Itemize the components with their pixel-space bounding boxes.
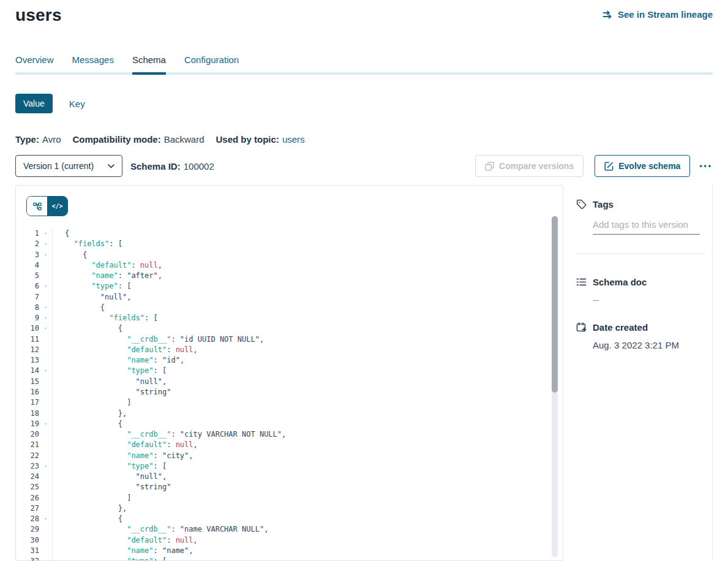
line-number: 8 xyxy=(16,303,39,313)
tabs: OverviewMessagesSchemaConfiguration xyxy=(15,55,713,72)
line-number: 9 xyxy=(16,313,39,323)
line-number: 17 xyxy=(16,397,39,408)
code-text: "default": null, xyxy=(52,535,198,546)
line-number: 5 xyxy=(16,271,39,281)
code-text: "name": "after", xyxy=(52,271,162,281)
fold-toggle-icon[interactable]: ▾ xyxy=(39,250,52,260)
type-value: Avro xyxy=(42,134,61,145)
code-text: }, xyxy=(52,409,127,419)
line-number: 22 xyxy=(16,451,39,461)
fold-toggle-icon[interactable]: ▾ xyxy=(39,514,52,524)
code-line: 11 "__crdb__": "id UUID NOT NULL", xyxy=(16,334,563,345)
fold-toggle-icon[interactable]: ▾ xyxy=(39,303,52,313)
fold-toggle-icon[interactable]: ▾ xyxy=(39,281,52,292)
code-line: 1▾{ xyxy=(16,228,563,239)
fold-spacer xyxy=(39,503,52,514)
code-text: "string" xyxy=(52,482,171,492)
fold-toggle-icon[interactable]: ▾ xyxy=(39,461,52,472)
line-number: 26 xyxy=(16,493,39,503)
code-line: 26 ] xyxy=(16,493,563,503)
topic-link[interactable]: users xyxy=(282,134,305,145)
line-number: 11 xyxy=(16,334,39,345)
fold-toggle-icon[interactable]: ▾ xyxy=(39,419,52,429)
line-number: 32 xyxy=(16,556,39,561)
code-text: "type": [ xyxy=(52,461,167,472)
fold-toggle-icon[interactable]: ▾ xyxy=(39,556,52,561)
add-tags-input[interactable] xyxy=(593,218,700,235)
line-number: 31 xyxy=(16,546,39,556)
code-line: 12 "default": null, xyxy=(16,345,563,355)
code-text: "string" xyxy=(52,387,171,397)
tree-view-button[interactable] xyxy=(27,197,47,216)
schema-id-label: Schema ID: xyxy=(130,161,181,171)
code-area: 1▾{2▾ "fields": [3▾ {4 "default": null,5… xyxy=(16,228,563,561)
compatibility-value: Backward xyxy=(164,134,205,145)
stream-lineage-link[interactable]: See in Stream lineage xyxy=(602,9,713,20)
fold-spacer xyxy=(39,345,52,355)
code-line: 15 "null", xyxy=(16,377,563,387)
code-view-button[interactable]: </> xyxy=(47,197,67,216)
code-text: "type": [ xyxy=(52,366,167,376)
code-line: 18 }, xyxy=(16,409,563,419)
code-line: 22 "name": "city", xyxy=(16,451,563,461)
code-line: 5 "name": "after", xyxy=(16,271,563,281)
topic-label: Used by topic: xyxy=(216,134,279,145)
stream-lineage-label: See in Stream lineage xyxy=(618,9,713,20)
compatibility-meta: Compatibility mode:Backward xyxy=(72,134,204,145)
line-number: 25 xyxy=(16,482,39,492)
chevron-down-icon xyxy=(108,164,114,168)
code-line: 29 "__crdb__": "name VARCHAR NULL", xyxy=(16,524,563,535)
line-number: 19 xyxy=(16,419,39,429)
topic-meta: Used by topic:users xyxy=(216,134,305,145)
type-meta: Type:Avro xyxy=(15,134,61,145)
code-text: "null", xyxy=(52,292,131,303)
code-text: }, xyxy=(52,503,127,514)
fold-spacer xyxy=(39,440,52,450)
version-select[interactable]: Version 1 (current) xyxy=(15,155,122,177)
value-toggle-button[interactable]: Value xyxy=(15,94,53,113)
code-line: 30 "default": null, xyxy=(16,535,563,546)
code-text: "fields": [ xyxy=(52,239,122,249)
code-line: 24 "null", xyxy=(16,472,563,482)
fold-toggle-icon[interactable]: ▾ xyxy=(39,366,52,376)
code-line: 16 "string" xyxy=(16,387,563,397)
code-text: "null", xyxy=(52,472,167,482)
tag-icon xyxy=(576,199,587,209)
fold-spacer xyxy=(39,397,52,408)
fold-toggle-icon[interactable]: ▾ xyxy=(39,228,52,239)
version-select-value: Version 1 (current) xyxy=(23,161,94,171)
code-text: { xyxy=(52,303,105,313)
key-toggle-link[interactable]: Key xyxy=(69,99,85,109)
tab-overview[interactable]: Overview xyxy=(15,55,54,72)
schema-doc-value: -- xyxy=(593,295,705,305)
line-number: 1 xyxy=(16,228,39,239)
view-mode-toggle: </> xyxy=(26,196,68,216)
tab-schema[interactable]: Schema xyxy=(132,55,166,72)
line-number: 18 xyxy=(16,409,39,419)
tab-messages[interactable]: Messages xyxy=(72,55,114,72)
line-number: 20 xyxy=(16,429,39,440)
code-text: "null", xyxy=(52,377,167,387)
compatibility-label: Compatibility mode: xyxy=(72,134,160,145)
code-text: "__crdb__": "id UUID NOT NULL", xyxy=(52,334,264,345)
compare-versions-button[interactable]: Compare versions xyxy=(475,155,584,177)
fold-toggle-icon[interactable]: ▾ xyxy=(39,313,52,323)
evolve-schema-button[interactable]: Evolve schema xyxy=(595,155,690,177)
stream-lineage-icon xyxy=(602,10,613,19)
code-text: { xyxy=(52,323,122,334)
fold-spacer xyxy=(39,292,52,303)
line-number: 23 xyxy=(16,461,39,472)
evolve-schema-label: Evolve schema xyxy=(618,161,680,171)
code-text: "default": null, xyxy=(52,345,198,355)
schema-code-panel: </> 1▾{2▾ "fields": [3▾ {4 "default": nu… xyxy=(15,185,563,561)
fold-toggle-icon[interactable]: ▾ xyxy=(39,323,52,334)
tab-configuration[interactable]: Configuration xyxy=(184,55,239,72)
details-sidebar: Tags Schema doc -- xyxy=(563,185,713,561)
code-scrollbar-thumb[interactable] xyxy=(552,216,558,393)
fold-spacer xyxy=(39,355,52,366)
fold-spacer xyxy=(39,535,52,546)
code-line: 19▾ { xyxy=(16,419,563,429)
fold-toggle-icon[interactable]: ▾ xyxy=(39,239,52,249)
code-scrollbar-track[interactable] xyxy=(552,216,558,557)
more-actions-button[interactable]: ••• xyxy=(699,162,713,170)
